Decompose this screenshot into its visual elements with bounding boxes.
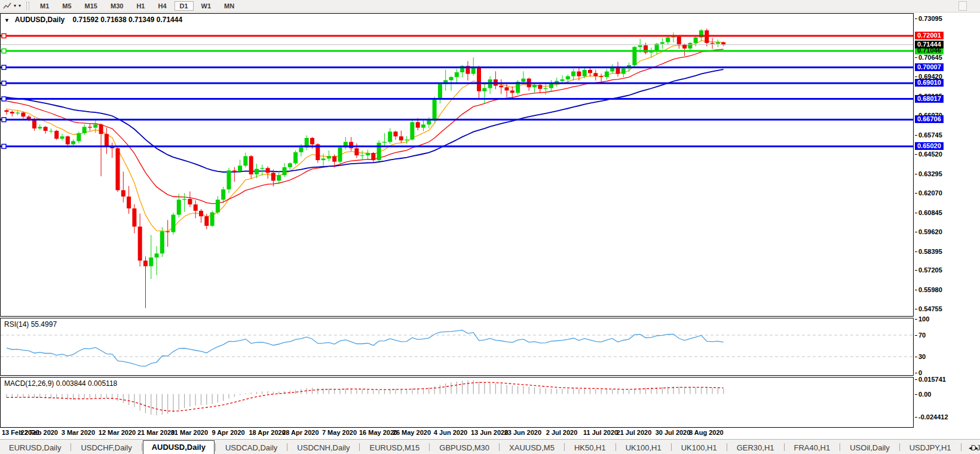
line-studies-icon[interactable] — [2, 1, 13, 11]
rsi-line — [7, 330, 724, 367]
price-badge-0.70007: 0.70007 — [915, 63, 944, 71]
tab-gbpusd-m30[interactable]: GBPUSD,M30 — [430, 441, 498, 454]
price-axis-tick: 0.63295 — [918, 170, 942, 177]
timeframe-button-d1[interactable]: D1 — [174, 1, 194, 11]
date-label: 18 Apr 2020 — [249, 429, 285, 436]
macd-axis-tick: 0.015741 — [918, 376, 946, 383]
tab-separator — [840, 443, 840, 451]
price-axis-tick: 0.57205 — [918, 266, 942, 274]
price-axis-tick: 0.64520 — [918, 151, 942, 158]
tab-usdchf-daily[interactable]: USDCHF,Daily — [72, 441, 140, 454]
top-toolbar: ▾ ▾ M1M5M15M30H1H4D1W1MN — [0, 0, 980, 13]
tab-uk100-h1[interactable]: UK100,H1 — [617, 441, 670, 454]
date-label: 7 May 2020 — [322, 429, 357, 436]
date-label: 8 Aug 2020 — [689, 429, 724, 436]
timeframe-button-h4[interactable]: H4 — [152, 1, 172, 11]
tab-eurusd-m15[interactable]: EURUSD,M15 — [360, 441, 428, 454]
price-badge-0.72001: 0.72001 — [915, 32, 944, 39]
price-axis-tick: 0.58395 — [918, 248, 942, 255]
timeframe-button-m15[interactable]: M15 — [79, 1, 103, 11]
tab-audusd-daily[interactable]: AUDUSD,Daily — [143, 440, 215, 454]
line-studies-caret-icon[interactable]: ▾ — [14, 1, 16, 11]
date-label: 30 Jul 2020 — [656, 429, 691, 436]
rsi-panel[interactable]: RSI(14) 55.4997 — [0, 318, 914, 376]
date-label: 11 Jul 2020 — [583, 429, 618, 436]
tab-fra40-h1[interactable]: FRA40,H1 — [785, 441, 840, 454]
horizontal-line-0.68017[interactable] — [1, 97, 913, 101]
macd-axis-tick: 0.00 — [918, 391, 931, 398]
date-label: 13 Jun 2020 — [471, 429, 508, 436]
tab-usdcnh-daily[interactable]: USDCNH,Daily — [288, 441, 359, 454]
price-badge-0.66706: 0.66706 — [915, 115, 944, 123]
tab-usdcad-daily[interactable]: USDCAD,Daily — [216, 441, 286, 454]
timeframe-button-m5[interactable]: M5 — [57, 1, 76, 11]
horizontal-line-0.71046[interactable] — [1, 49, 913, 53]
timeframe-button-m1[interactable]: M1 — [35, 1, 54, 11]
ohlc-close: 0.71444 — [157, 16, 182, 24]
chart-tabs: EURUSD,DailyUSDCHF,DailyAUDUSD,DailyUSDC… — [0, 440, 980, 454]
tab-separator — [899, 443, 900, 451]
tab-separator — [564, 443, 565, 451]
tab-usdjpy-h1[interactable]: USDJPY,H1 — [901, 441, 960, 454]
date-label: 21 Jul 2020 — [617, 429, 652, 436]
horizontal-line-0.72001[interactable] — [1, 33, 913, 38]
chart-title-dropdown-icon[interactable]: ▼ — [4, 17, 10, 23]
toolbar-overflow-button[interactable] — [958, 1, 967, 11]
price-axis-tick: 0.62070 — [918, 189, 942, 197]
toolbar-dropdown-caret-icon[interactable]: ▾ — [19, 1, 21, 11]
timeframe-button-w1[interactable]: W1 — [196, 1, 217, 11]
tab-separator — [961, 443, 961, 451]
price-axis-tick: 0.59620 — [918, 228, 942, 235]
date-label: 3 Mar 2020 — [62, 429, 95, 436]
price-badge-0.69010: 0.69010 — [915, 79, 944, 87]
tab-separator — [499, 443, 500, 451]
horizontal-line-0.70007[interactable] — [1, 65, 913, 69]
date-label: 16 May 2020 — [359, 429, 397, 436]
macd-label: MACD(12,26,9) 0.003844 0.005118 — [4, 379, 117, 388]
tab-xauusd-m5[interactable]: XAUUSD,M5 — [500, 441, 564, 454]
tab-separator — [727, 443, 727, 451]
tab-ger30-h1[interactable]: GER30,H1 — [728, 441, 783, 454]
horizontal-line-0.66706[interactable] — [1, 118, 913, 122]
rsi-axis-tick: 100 — [918, 315, 929, 323]
timeframe-button-h1[interactable]: H1 — [131, 1, 150, 11]
date-label: 9 Apr 2020 — [212, 429, 244, 436]
timeframe-buttons: M1M5M15M30H1H4D1W1MN — [33, 1, 241, 11]
date-label: 4 Jun 2020 — [434, 429, 467, 436]
tab-scroll-right-icon[interactable]: ▸ — [975, 444, 978, 451]
tab-separator — [287, 443, 287, 451]
tab-hk50-h1[interactable]: HK50,H1 — [565, 441, 615, 454]
price-chart-panel[interactable]: ▼ AUDUSD,Daily 0.71592 0.71638 0.71349 0… — [0, 13, 914, 317]
chart-symbol-label: AUDUSD,Daily — [15, 16, 65, 24]
timeframe-button-mn[interactable]: MN — [219, 1, 240, 11]
tab-separator — [142, 443, 142, 451]
ohlc-open: 0.71592 — [73, 16, 99, 24]
tab-scroll-arrows: ◂ ▸ — [969, 444, 978, 451]
macd-panel[interactable]: MACD(12,26,9) 0.003844 0.005118 — [0, 377, 914, 428]
tab-scroll-left-icon[interactable]: ◂ — [969, 444, 972, 451]
price-axis-tick: 0.60845 — [918, 209, 942, 216]
tab-separator — [359, 443, 360, 451]
tab-separator — [71, 443, 71, 451]
date-label: 21 Mar 2020 — [137, 429, 174, 436]
toolbar-grip — [26, 2, 29, 10]
tab-separator — [615, 443, 616, 451]
ohlc-high: 0.71638 — [100, 16, 126, 24]
candlestick-chart — [1, 14, 913, 316]
candles — [5, 29, 726, 308]
price-axis-tick: 0.73095 — [918, 15, 942, 22]
date-label: 31 Mar 2020 — [171, 429, 208, 436]
date-label: 23 Jun 2020 — [504, 429, 541, 436]
tab-separator — [215, 443, 216, 451]
timeframe-button-m30[interactable]: M30 — [105, 1, 128, 11]
tab-usoil-daily[interactable]: USOil,Daily — [841, 441, 898, 454]
tab-eurusd-daily[interactable]: EURUSD,Daily — [0, 441, 70, 454]
tab-separator — [429, 443, 430, 451]
date-label: 2 Jul 2020 — [546, 429, 578, 436]
rsi-axis-tick: 30 — [918, 353, 926, 360]
tab-separator — [784, 443, 785, 451]
tab-uk100-h1[interactable]: UK100,H1 — [672, 441, 726, 454]
macd-chart — [1, 378, 913, 427]
horizontal-line-0.65020[interactable] — [1, 144, 913, 148]
date-label: 26 May 2020 — [393, 429, 431, 436]
